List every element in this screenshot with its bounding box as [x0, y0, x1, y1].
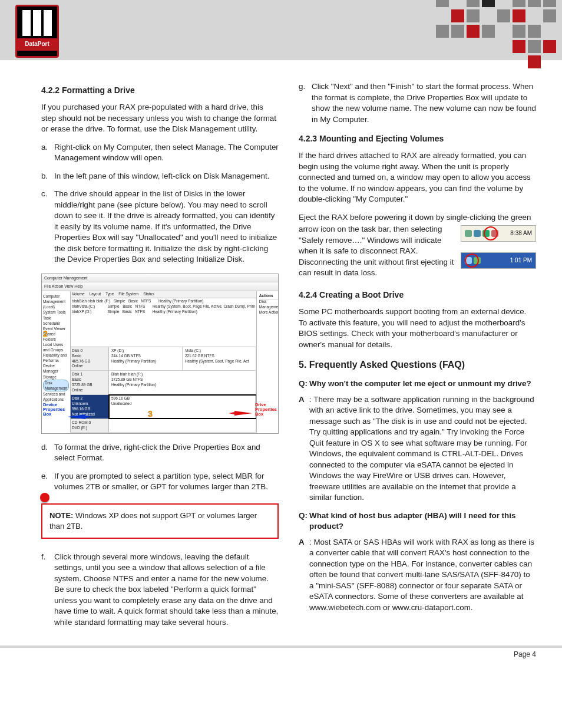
svg-marker-0: [68, 414, 91, 419]
systray-figures: 8:38 AM 1:01 PM: [461, 225, 536, 279]
systray-vista: 1:01 PM: [461, 252, 536, 269]
para-intro: If you purchased your RAX pre-populated …: [41, 102, 279, 135]
highlight-circle-icon: [484, 226, 498, 241]
disk-management-screenshot: Computer Management File Action View Hel…: [41, 274, 279, 434]
header-band: DataPort: [0, 0, 562, 60]
step-e: If you are prompted to select a partitio…: [54, 472, 268, 492]
faq-a2: Most SATA or SAS HBAs will work with RAX…: [309, 538, 534, 612]
faq-q2: What kind of host bus adapter (HBA) will…: [309, 511, 515, 531]
page-number: Page 4: [0, 648, 562, 668]
format-steps: a.Right-click on My Computer, then selec…: [41, 142, 279, 265]
highlight-circle-icon: [465, 253, 479, 268]
systray-xp: 8:38 AM: [461, 225, 536, 242]
heading-424: 4.2.4 Creating a Boot Drive: [299, 289, 536, 301]
cru-logo: DataPort: [15, 5, 59, 58]
step-b: In the left pane of this window, left-cl…: [54, 172, 269, 180]
step-a: Right-click on My Computer, then select …: [54, 143, 279, 163]
fig-marker-2: 2: [43, 328, 48, 340]
heading-423: 4.2.3 Mounting and Ejecting Volumes: [299, 133, 536, 144]
note-gpt: NOTE: Windows XP does not support GPT or…: [41, 503, 279, 539]
para-eject-lead: Eject the RAX before powering it down by…: [299, 212, 536, 223]
step-f: Click through several more windows, leav…: [54, 552, 278, 627]
pushpin-icon: [40, 493, 49, 502]
faq-block: Q:Why won't the computer let me eject or…: [299, 378, 536, 613]
callout-device-properties: Device Properties Box: [43, 403, 65, 417]
faq-q1: Why won't the computer let me eject or u…: [309, 379, 531, 388]
faq-a1: : There may be a software application ru…: [309, 395, 534, 502]
para-boot: Some PC motherboards support booting fro…: [299, 307, 536, 350]
svg-marker-1: [229, 411, 252, 416]
heading-422: 4.2.2 Formatting a Drive: [41, 85, 279, 96]
step-g: Click "Next" and then "Finish" to start …: [312, 82, 536, 124]
decorative-squares: [421, 0, 556, 68]
logo-sub: DataPort: [17, 38, 57, 51]
heading-faq: 5. Frequently Asked Questions (FAQ): [299, 358, 536, 371]
para-mount: If the hard drives attached to RAX are a…: [299, 150, 536, 205]
step-d: To format the drive, right-click the Dri…: [54, 443, 260, 463]
page-content: 4.2.2 Formatting a Drive If you purchase…: [0, 60, 562, 645]
fig-marker-3: 3: [148, 409, 153, 420]
callout-drive-properties: Drive Properties Box: [255, 403, 277, 417]
step-c: The drive should appear in the list of D…: [54, 189, 277, 263]
